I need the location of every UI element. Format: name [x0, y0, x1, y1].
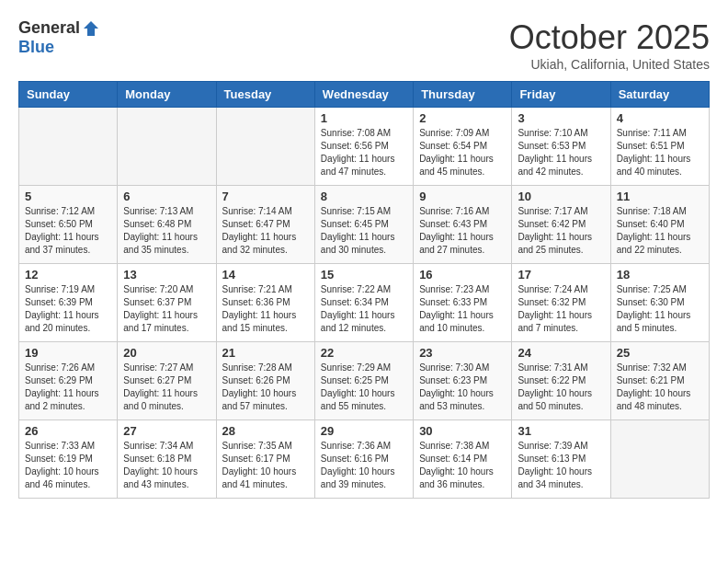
- calendar-cell: 13Sunrise: 7:20 AM Sunset: 6:37 PM Dayli…: [118, 264, 216, 342]
- day-info: Sunrise: 7:23 AM Sunset: 6:33 PM Dayligh…: [419, 283, 506, 335]
- day-info: Sunrise: 7:15 AM Sunset: 6:45 PM Dayligh…: [321, 205, 407, 257]
- calendar-cell: 19Sunrise: 7:26 AM Sunset: 6:29 PM Dayli…: [19, 342, 118, 420]
- day-number: 16: [419, 268, 506, 282]
- calendar-cell: 20Sunrise: 7:27 AM Sunset: 6:27 PM Dayli…: [118, 342, 216, 420]
- day-number: 31: [518, 424, 604, 438]
- column-header-tuesday: Tuesday: [216, 82, 314, 108]
- day-number: 30: [419, 424, 506, 438]
- logo-icon: [82, 19, 100, 38]
- calendar-cell: 22Sunrise: 7:29 AM Sunset: 6:25 PM Dayli…: [314, 342, 413, 420]
- day-number: 22: [321, 346, 407, 360]
- logo-blue-text: Blue: [18, 38, 54, 57]
- day-number: 23: [419, 346, 506, 360]
- column-header-friday: Friday: [512, 82, 610, 108]
- day-info: Sunrise: 7:33 AM Sunset: 6:19 PM Dayligh…: [25, 440, 111, 491]
- day-info: Sunrise: 7:13 AM Sunset: 6:48 PM Dayligh…: [123, 205, 210, 257]
- day-info: Sunrise: 7:26 AM Sunset: 6:29 PM Dayligh…: [25, 362, 111, 413]
- calendar-cell: 12Sunrise: 7:19 AM Sunset: 6:39 PM Dayli…: [19, 264, 118, 342]
- calendar-cell: 4Sunrise: 7:11 AM Sunset: 6:51 PM Daylig…: [610, 108, 709, 186]
- calendar-cell: 27Sunrise: 7:34 AM Sunset: 6:18 PM Dayli…: [118, 420, 216, 499]
- calendar-cell: [19, 108, 118, 186]
- day-info: Sunrise: 7:17 AM Sunset: 6:42 PM Dayligh…: [518, 205, 604, 257]
- day-info: Sunrise: 7:36 AM Sunset: 6:16 PM Dayligh…: [321, 440, 407, 491]
- calendar-cell: 9Sunrise: 7:16 AM Sunset: 6:43 PM Daylig…: [414, 186, 512, 264]
- column-header-saturday: Saturday: [610, 82, 709, 108]
- day-number: 27: [123, 424, 210, 438]
- column-header-thursday: Thursday: [414, 82, 512, 108]
- day-number: 4: [617, 111, 703, 125]
- day-number: 28: [222, 424, 309, 438]
- day-info: Sunrise: 7:18 AM Sunset: 6:40 PM Dayligh…: [617, 205, 703, 257]
- day-info: Sunrise: 7:28 AM Sunset: 6:26 PM Dayligh…: [222, 362, 309, 413]
- day-info: Sunrise: 7:09 AM Sunset: 6:54 PM Dayligh…: [419, 127, 506, 178]
- calendar-cell: 8Sunrise: 7:15 AM Sunset: 6:45 PM Daylig…: [314, 186, 413, 264]
- calendar-week-1: 1Sunrise: 7:08 AM Sunset: 6:56 PM Daylig…: [19, 108, 710, 186]
- day-info: Sunrise: 7:24 AM Sunset: 6:32 PM Dayligh…: [518, 283, 604, 335]
- day-number: 29: [321, 424, 407, 438]
- day-number: 7: [222, 190, 309, 203]
- day-number: 11: [617, 190, 703, 203]
- day-info: Sunrise: 7:35 AM Sunset: 6:17 PM Dayligh…: [222, 440, 309, 491]
- calendar-cell: 6Sunrise: 7:13 AM Sunset: 6:48 PM Daylig…: [118, 186, 216, 264]
- day-info: Sunrise: 7:31 AM Sunset: 6:22 PM Dayligh…: [518, 362, 604, 413]
- calendar-cell: 5Sunrise: 7:12 AM Sunset: 6:50 PM Daylig…: [19, 186, 118, 264]
- calendar-cell: 29Sunrise: 7:36 AM Sunset: 6:16 PM Dayli…: [314, 420, 413, 499]
- day-info: Sunrise: 7:11 AM Sunset: 6:51 PM Dayligh…: [617, 127, 703, 178]
- day-number: 24: [518, 346, 604, 360]
- calendar-cell: 1Sunrise: 7:08 AM Sunset: 6:56 PM Daylig…: [314, 108, 413, 186]
- day-number: 21: [222, 346, 309, 360]
- calendar-cell: 30Sunrise: 7:38 AM Sunset: 6:14 PM Dayli…: [414, 420, 512, 499]
- calendar-week-4: 19Sunrise: 7:26 AM Sunset: 6:29 PM Dayli…: [19, 342, 710, 420]
- day-number: 3: [518, 111, 604, 125]
- day-info: Sunrise: 7:27 AM Sunset: 6:27 PM Dayligh…: [123, 362, 210, 413]
- logo-general-text: General: [18, 18, 80, 38]
- calendar-cell: 3Sunrise: 7:10 AM Sunset: 6:53 PM Daylig…: [512, 108, 610, 186]
- day-number: 2: [419, 111, 506, 125]
- day-number: 1: [321, 111, 407, 125]
- calendar-cell: 16Sunrise: 7:23 AM Sunset: 6:33 PM Dayli…: [414, 264, 512, 342]
- month-title: October 2025: [509, 18, 710, 57]
- calendar-cell: 15Sunrise: 7:22 AM Sunset: 6:34 PM Dayli…: [314, 264, 413, 342]
- svg-marker-0: [84, 21, 98, 36]
- day-info: Sunrise: 7:14 AM Sunset: 6:47 PM Dayligh…: [222, 205, 309, 257]
- day-number: 10: [518, 190, 604, 203]
- day-number: 13: [123, 268, 210, 282]
- day-number: 14: [222, 268, 309, 282]
- calendar-table: SundayMondayTuesdayWednesdayThursdayFrid…: [18, 81, 710, 499]
- day-info: Sunrise: 7:16 AM Sunset: 6:43 PM Dayligh…: [419, 205, 506, 257]
- calendar-week-3: 12Sunrise: 7:19 AM Sunset: 6:39 PM Dayli…: [19, 264, 710, 342]
- day-number: 25: [617, 346, 703, 360]
- day-number: 12: [25, 268, 111, 282]
- day-info: Sunrise: 7:19 AM Sunset: 6:39 PM Dayligh…: [25, 283, 111, 335]
- calendar-cell: 25Sunrise: 7:32 AM Sunset: 6:21 PM Dayli…: [610, 342, 709, 420]
- day-number: 19: [25, 346, 111, 360]
- calendar-cell: 2Sunrise: 7:09 AM Sunset: 6:54 PM Daylig…: [414, 108, 512, 186]
- calendar-cell: 23Sunrise: 7:30 AM Sunset: 6:23 PM Dayli…: [414, 342, 512, 420]
- calendar-cell: 28Sunrise: 7:35 AM Sunset: 6:17 PM Dayli…: [216, 420, 314, 499]
- day-number: 20: [123, 346, 210, 360]
- calendar-header-row: SundayMondayTuesdayWednesdayThursdayFrid…: [19, 82, 710, 108]
- day-number: 15: [321, 268, 407, 282]
- location: Ukiah, California, United States: [509, 57, 710, 72]
- calendar-cell: 14Sunrise: 7:21 AM Sunset: 6:36 PM Dayli…: [216, 264, 314, 342]
- day-info: Sunrise: 7:25 AM Sunset: 6:30 PM Dayligh…: [617, 283, 703, 335]
- day-info: Sunrise: 7:21 AM Sunset: 6:36 PM Dayligh…: [222, 283, 309, 335]
- calendar-cell: 10Sunrise: 7:17 AM Sunset: 6:42 PM Dayli…: [512, 186, 610, 264]
- day-info: Sunrise: 7:10 AM Sunset: 6:53 PM Dayligh…: [518, 127, 604, 178]
- day-info: Sunrise: 7:29 AM Sunset: 6:25 PM Dayligh…: [321, 362, 407, 413]
- calendar-cell: 17Sunrise: 7:24 AM Sunset: 6:32 PM Dayli…: [512, 264, 610, 342]
- calendar-cell: 18Sunrise: 7:25 AM Sunset: 6:30 PM Dayli…: [610, 264, 709, 342]
- day-number: 8: [321, 190, 407, 203]
- calendar-cell: 24Sunrise: 7:31 AM Sunset: 6:22 PM Dayli…: [512, 342, 610, 420]
- column-header-monday: Monday: [118, 82, 216, 108]
- day-number: 5: [25, 190, 111, 203]
- day-info: Sunrise: 7:34 AM Sunset: 6:18 PM Dayligh…: [123, 440, 210, 491]
- calendar-cell: [216, 108, 314, 186]
- logo: General Blue: [18, 18, 100, 57]
- title-section: October 2025 Ukiah, California, United S…: [509, 18, 710, 72]
- day-number: 9: [419, 190, 506, 203]
- day-info: Sunrise: 7:30 AM Sunset: 6:23 PM Dayligh…: [419, 362, 506, 413]
- calendar-cell: 7Sunrise: 7:14 AM Sunset: 6:47 PM Daylig…: [216, 186, 314, 264]
- day-info: Sunrise: 7:08 AM Sunset: 6:56 PM Dayligh…: [321, 127, 407, 178]
- calendar-cell: [118, 108, 216, 186]
